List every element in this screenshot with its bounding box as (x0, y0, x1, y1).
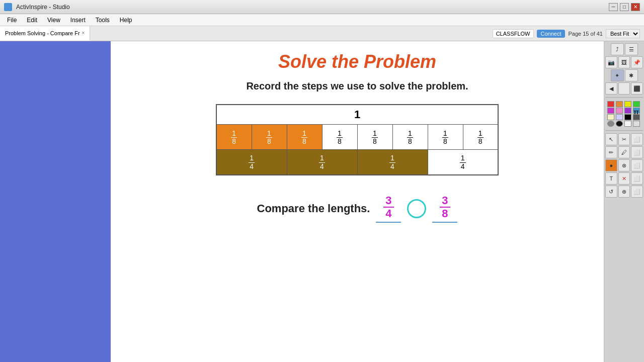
color-pi[interactable]: π (633, 108, 640, 114)
rotate-button[interactable]: ↺ (605, 186, 617, 198)
fraction1-numerator: 3 (383, 195, 393, 208)
menu-view[interactable]: View (42, 16, 65, 25)
eighth-cell-8: 18 (463, 125, 498, 150)
window-controls: ─ □ ✕ (609, 3, 640, 11)
color-pink[interactable] (616, 108, 623, 114)
fit-select[interactable]: Best Fit (606, 29, 640, 38)
color-palette: π (606, 100, 642, 128)
eighth-cell-7: 18 (428, 125, 463, 150)
color-dark-gray[interactable] (633, 114, 640, 120)
connect-button[interactable]: Connect (537, 30, 566, 38)
quarters-row: 14 14 14 14 (216, 150, 498, 175)
color-white[interactable] (624, 121, 631, 127)
color-yellow[interactable] (624, 101, 631, 107)
color-light-gray[interactable] (633, 121, 640, 127)
color-green[interactable] (633, 101, 640, 107)
document-tab[interactable]: Problem Solving - Compare Fr × (0, 26, 90, 41)
menu-bar: File Edit View Insert Tools Help (0, 14, 644, 26)
eighth-cell-2: 18 (252, 125, 287, 150)
toolbar-row-9: ↺ ⊕ ⬜ (605, 186, 643, 198)
pencil-button[interactable]: ✏ (605, 146, 617, 158)
app-icon (4, 3, 12, 11)
color-lavender[interactable] (616, 114, 623, 120)
extra-button[interactable]: ⬜ (631, 172, 643, 185)
close-button[interactable]: ✕ (631, 3, 640, 11)
fraction-3-4: 3 4 (376, 195, 401, 223)
select-button[interactable]: ⬜ (631, 133, 643, 145)
fraction2-underline (432, 222, 457, 223)
toolbar-row-1: ⤴ ☰ (605, 43, 643, 55)
back-button[interactable]: ◀ (605, 82, 617, 95)
color-purple[interactable] (624, 108, 631, 114)
text-button[interactable]: T (605, 172, 617, 185)
share-button[interactable]: ⤴ (611, 43, 624, 55)
highlight-button[interactable]: 🖊 (618, 146, 630, 158)
fraction1-underline (376, 222, 401, 223)
wand-button[interactable]: ✱ (625, 69, 638, 81)
forward-button[interactable] (618, 82, 630, 95)
maximize-button[interactable]: □ (620, 3, 629, 11)
comparison-circle (407, 199, 426, 218)
toolbar-separator-1 (605, 97, 643, 98)
fraction2-numerator: 3 (440, 195, 450, 208)
fill-button[interactable]: ⊗ (618, 159, 630, 171)
eighth-cell-1: 18 (216, 125, 252, 150)
whole-row: 1 (216, 105, 498, 125)
camera-button[interactable]: 📷 (605, 56, 617, 68)
classflow-logo: CLASSFLOW (493, 29, 534, 38)
eighth-cell-5: 18 (357, 125, 392, 150)
right-toolbar: ⤴ ☰ 📷 🖼 📌 ✦ ✱ ◀ ⬛ π (604, 41, 644, 362)
color-magenta[interactable] (607, 108, 614, 114)
pin-button[interactable]: 📌 (631, 56, 643, 68)
toolbar-separator-2 (605, 130, 643, 131)
menu-insert[interactable]: Insert (65, 16, 91, 25)
quarter-cell-1: 14 (216, 150, 287, 175)
orange-fill-button[interactable]: ● (605, 159, 617, 171)
classflow-label: CLASSFLOW (496, 31, 530, 37)
color-gray-circle[interactable] (607, 121, 614, 127)
toolbar-row-8: T ✕ ⬜ (605, 172, 643, 185)
toolbar-row-7: ● ⊗ ⬜ (605, 159, 643, 171)
arrow-button[interactable]: ↖ (605, 133, 617, 145)
image-button[interactable]: 🖼 (618, 56, 630, 68)
stamp-button[interactable]: ⬜ (631, 159, 643, 171)
menu-tools[interactable]: Tools (91, 16, 115, 25)
toolbar-row-2: 📷 🖼 📌 (605, 56, 643, 68)
left-sidebar (0, 41, 111, 362)
whole-cell: 1 (216, 105, 498, 125)
magic-button[interactable]: ✦ (611, 69, 624, 81)
fraction-chart: 1 18 18 18 18 (216, 104, 499, 175)
eighth-cell-6: 18 (392, 125, 428, 150)
minimize-button[interactable]: ─ (609, 3, 618, 11)
fraction2-denominator: 8 (440, 208, 450, 220)
page-indicator: Page 15 of 41 (568, 31, 603, 37)
color-orange[interactable] (616, 101, 623, 107)
page-title: Solve the Problem (278, 51, 436, 72)
eraser-button[interactable]: ⬜ (631, 146, 643, 158)
menu-button[interactable]: ☰ (625, 43, 638, 55)
toolbar-row-3: ✦ ✱ (605, 69, 643, 81)
clear-button[interactable]: ✕ (618, 172, 630, 185)
fraction1-denominator: 4 (383, 208, 393, 220)
main-layout: Solve the Problem Record the steps we us… (0, 41, 644, 362)
menu-file[interactable]: File (2, 16, 22, 25)
color-red[interactable] (607, 101, 614, 107)
tab-bar: Problem Solving - Compare Fr × CLASSFLOW… (0, 26, 644, 41)
cube-button[interactable]: ⬛ (631, 82, 643, 95)
eighths-row: 18 18 18 18 18 18 (216, 125, 498, 150)
menu-edit[interactable]: Edit (22, 16, 42, 25)
zoom-button[interactable]: ⊕ (618, 186, 630, 198)
menu-help[interactable]: Help (115, 16, 137, 25)
scissors-button[interactable]: ✂ (618, 133, 630, 145)
compare-text: Compare the lengths. (257, 202, 370, 215)
grid-button[interactable]: ⬜ (631, 186, 643, 198)
tab-close-button[interactable]: × (82, 30, 85, 36)
eighth-cell-4: 18 (322, 125, 357, 150)
color-black-circle[interactable] (616, 121, 623, 127)
toolbar-row-6: ✏ 🖊 ⬜ (605, 146, 643, 158)
color-cream[interactable] (607, 114, 614, 120)
app-title: ActivInspire - Studio (16, 4, 605, 11)
compare-section: Compare the lengths. 3 4 3 8 (257, 195, 458, 223)
page-subtitle: Record the steps we use to solve the pro… (246, 80, 468, 92)
color-black[interactable] (624, 114, 631, 120)
